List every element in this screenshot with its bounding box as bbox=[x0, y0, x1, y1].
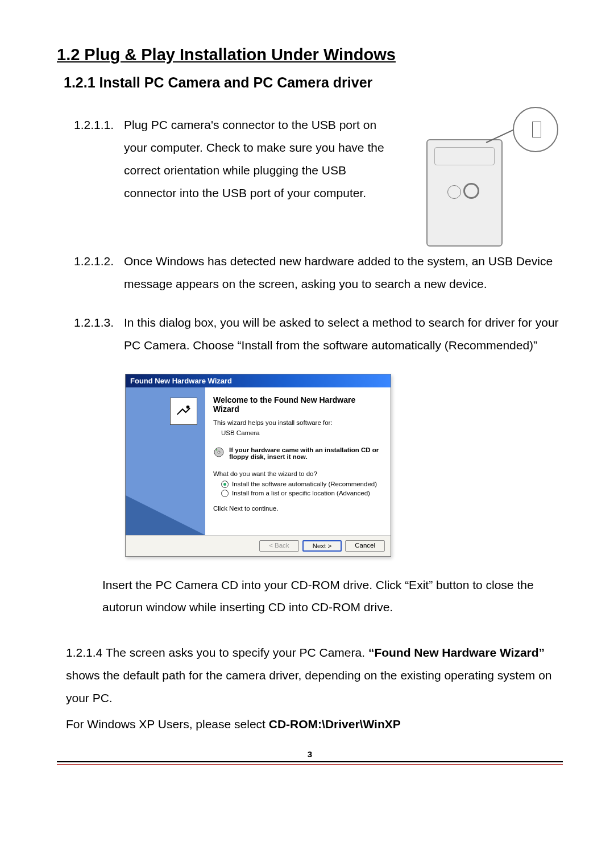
wizard-device-name: USB Camera bbox=[221, 429, 381, 436]
step4-line2a: For Windows XP Users, please select bbox=[66, 717, 269, 731]
wizard-cancel-button[interactable]: Cancel bbox=[345, 540, 385, 552]
wizard-option-auto[interactable]: Install the software automatically (Reco… bbox=[221, 481, 381, 488]
step4-cd-path: CD-ROM:\Driver\WinXP bbox=[269, 717, 401, 731]
wizard-helps-label: This wizard helps you install software f… bbox=[213, 419, 381, 426]
wizard-titlebar: Found New Hardware Wizard bbox=[126, 374, 391, 387]
wizard-sidebar bbox=[126, 387, 205, 535]
step-number: 1.2.1.3. bbox=[74, 311, 116, 357]
step-1-2-1-1: 1.2.1.1. Plug PC camera's connector to t… bbox=[74, 114, 399, 205]
step4-lead1: The screen asks you to specify your PC C… bbox=[102, 646, 368, 659]
step-text: Once Windows has detected new hardware a… bbox=[124, 250, 563, 295]
svg-point-0 bbox=[186, 405, 190, 408]
wizard-hardware-icon bbox=[170, 398, 197, 425]
page-number: 3 bbox=[57, 749, 563, 759]
footer-rule bbox=[57, 761, 563, 765]
pc-usb-illustration bbox=[415, 102, 563, 250]
pc-tower-icon bbox=[426, 139, 503, 247]
svg-point-3 bbox=[216, 449, 218, 450]
step-1-2-1-3: 1.2.1.3. In this dialog box, you will be… bbox=[74, 311, 563, 357]
wizard-footer: < Back Next > Cancel bbox=[126, 535, 391, 556]
wizard-next-button[interactable]: Next > bbox=[302, 540, 342, 552]
radio-unselected-icon bbox=[221, 490, 229, 497]
wizard-cd-hint: If your hardware came with an installati… bbox=[229, 446, 381, 460]
radio-selected-icon bbox=[221, 481, 229, 488]
wizard-click-next-label: Click Next to continue. bbox=[213, 505, 381, 512]
found-new-hardware-wizard-dialog: Found New Hardware Wizard Welcome to the… bbox=[125, 374, 391, 557]
step-1-2-1-2: 1.2.1.2. Once Windows has detected new h… bbox=[74, 250, 563, 295]
wizard-option-list-label: Install from a list or specific location… bbox=[232, 490, 370, 496]
wizard-welcome-title: Welcome to the Found New Hardware Wizard bbox=[213, 395, 381, 414]
svg-point-2 bbox=[218, 451, 220, 453]
step-1-2-1-4: 1.2.1.4 The screen asks you to specify y… bbox=[66, 641, 563, 736]
wizard-option-list[interactable]: Install from a list or specific location… bbox=[221, 490, 381, 497]
insert-cd-note: Insert the PC Camera CD into your CD-ROM… bbox=[102, 574, 563, 619]
step-text: In this dialog box, you will be asked to… bbox=[124, 311, 563, 357]
wizard-question: What do you want the wizard to do? bbox=[213, 470, 381, 477]
step4-bold1: “Found New Hardware Wizard” bbox=[368, 646, 545, 659]
step-number: 1.2.1.2. bbox=[74, 250, 116, 295]
step-number: 1.2.1.4 bbox=[66, 646, 102, 659]
step-number: 1.2.1.1. bbox=[74, 114, 116, 205]
wizard-option-auto-label: Install the software automatically (Reco… bbox=[232, 481, 377, 487]
cd-disc-icon bbox=[213, 446, 225, 458]
usb-port-zoom-icon bbox=[513, 107, 558, 152]
section-heading-1-2-1: 1.2.1 Install PC Camera and PC Camera dr… bbox=[64, 74, 563, 91]
wizard-back-button[interactable]: < Back bbox=[259, 540, 298, 552]
step-text: Plug PC camera's connector to the USB po… bbox=[124, 114, 399, 205]
step4-rest1: shows the default path for the camera dr… bbox=[66, 669, 552, 704]
pc-port-icons bbox=[447, 183, 482, 202]
section-heading-1-2: 1.2 Plug & Play Installation Under Windo… bbox=[57, 45, 563, 64]
